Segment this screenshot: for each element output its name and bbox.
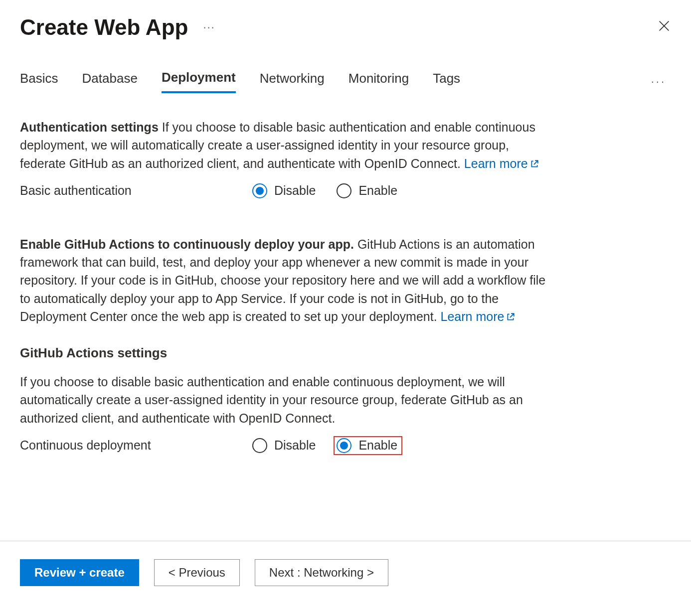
tabs: Basics Database Deployment Networking Mo… — [20, 70, 671, 93]
auth-settings-heading: Authentication settings — [20, 120, 159, 134]
radio-unchecked-icon — [252, 438, 267, 453]
continuous-deployment-radio-group: Disable Enable — [249, 436, 402, 455]
tab-networking[interactable]: Networking — [260, 71, 325, 92]
tab-monitoring[interactable]: Monitoring — [348, 71, 409, 92]
continuous-deployment-row: Continuous deployment Disable Enable — [20, 436, 548, 455]
basic-auth-label: Basic authentication — [20, 183, 249, 198]
radio-checked-icon — [337, 438, 351, 453]
wizard-footer: Review + create < Previous Next : Networ… — [0, 541, 691, 616]
basic-auth-radio-group: Disable Enable — [249, 181, 400, 200]
header: Create Web App ··· — [20, 15, 671, 40]
next-button[interactable]: Next : Networking > — [255, 559, 388, 586]
basic-auth-enable-label: Enable — [358, 183, 397, 198]
radio-unchecked-icon — [337, 183, 351, 198]
basic-auth-enable-option[interactable]: Enable — [334, 181, 400, 200]
github-learn-more-link[interactable]: Learn more — [441, 309, 516, 323]
github-settings-heading: GitHub Actions settings — [20, 345, 548, 361]
more-actions-icon[interactable]: ··· — [203, 21, 215, 34]
continuous-deployment-enable-label: Enable — [358, 438, 397, 453]
github-actions-heading: Enable GitHub Actions to continuously de… — [20, 237, 354, 251]
github-actions-text: Enable GitHub Actions to continuously de… — [20, 235, 548, 325]
page-title: Create Web App — [20, 15, 188, 40]
continuous-deployment-label: Continuous deployment — [20, 438, 249, 453]
tab-deployment[interactable]: Deployment — [162, 70, 236, 93]
auth-learn-more-link[interactable]: Learn more — [464, 156, 539, 170]
tab-tags[interactable]: Tags — [433, 71, 460, 92]
auth-settings-text: Authentication settings If you choose to… — [20, 118, 548, 172]
close-icon[interactable] — [657, 19, 671, 36]
basic-auth-row: Basic authentication Disable Enable — [20, 181, 548, 200]
tab-database[interactable]: Database — [82, 71, 138, 92]
continuous-deployment-enable-option[interactable]: Enable — [334, 436, 402, 455]
basic-auth-disable-option[interactable]: Disable — [249, 181, 319, 200]
external-link-icon — [530, 154, 539, 172]
previous-button[interactable]: < Previous — [154, 559, 240, 586]
continuous-deployment-disable-label: Disable — [274, 438, 316, 453]
github-settings-body: If you choose to disable basic authentic… — [20, 373, 548, 427]
basic-auth-disable-label: Disable — [274, 183, 316, 198]
tabs-overflow-icon[interactable]: ··· — [651, 75, 671, 88]
review-create-button[interactable]: Review + create — [20, 559, 139, 586]
tab-basics[interactable]: Basics — [20, 71, 58, 92]
external-link-icon — [506, 308, 515, 325]
radio-checked-icon — [252, 183, 267, 198]
continuous-deployment-disable-option[interactable]: Disable — [249, 436, 319, 455]
